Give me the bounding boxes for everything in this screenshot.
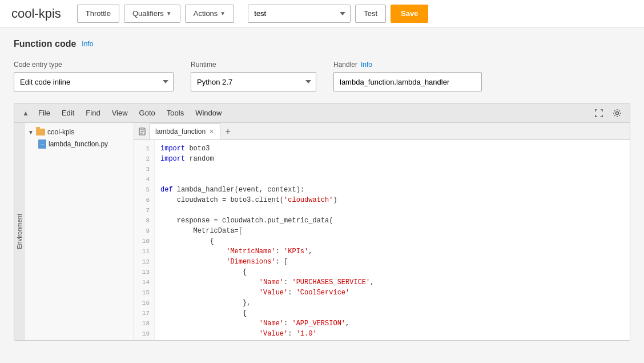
- main-content: Function code Info Code entry type Edit …: [0, 27, 644, 363]
- code-line: },: [160, 298, 624, 308]
- folder-arrow-icon: ▼: [28, 129, 34, 135]
- code-line: {: [160, 267, 624, 277]
- file-name: lambda_function.py: [49, 140, 108, 148]
- handler-info-link[interactable]: Info: [361, 61, 372, 69]
- code-entry-type-label: Code entry type: [14, 61, 174, 69]
- code-line: 'Value': 'CoolService': [160, 288, 624, 298]
- code-line: [160, 174, 624, 185]
- add-tab-button[interactable]: +: [222, 125, 234, 138]
- code-line: 'MetricName': 'KPIs',: [160, 246, 624, 257]
- code-line: },: [160, 339, 624, 340]
- code-line: response = cloudwatch.put_metric_data(: [160, 216, 624, 226]
- code-line: MetricData=[: [160, 226, 624, 236]
- editor-container: ▲ File Edit Find View Goto Tools Window: [14, 103, 630, 341]
- test-button[interactable]: Test: [355, 5, 386, 23]
- function-code-info-link[interactable]: Info: [82, 40, 93, 48]
- code-line: 'Name': 'APP_VERSION',: [160, 318, 624, 329]
- code-area[interactable]: import boto3import random def lambda_han…: [155, 140, 630, 340]
- qualifiers-button[interactable]: Qualifiers ▼: [124, 5, 180, 23]
- sidebar-label-container: Environment: [14, 123, 25, 340]
- collapse-button[interactable]: ▲: [19, 106, 33, 120]
- editor-menu: File Edit Find View Goto Tools Window: [33, 103, 591, 123]
- line-numbers: 1 2 3 4 5 6 7 8 9 10 11 12 13: [134, 140, 155, 340]
- menu-goto[interactable]: Goto: [134, 103, 161, 123]
- menu-window[interactable]: Window: [190, 103, 227, 123]
- fullscreen-button[interactable]: [591, 105, 607, 121]
- header: cool-kpis Throttle Qualifiers ▼ Actions …: [0, 0, 644, 27]
- code-line: def lambda_handler(event, context):: [160, 185, 624, 195]
- tab-label: lambda_function: [155, 127, 206, 135]
- tab-document-icon: [136, 126, 148, 137]
- section-header: Function code Info: [14, 39, 630, 49]
- file-icon: [38, 139, 46, 149]
- file-tree: Environment ▼ cool-kpis lambda_function.…: [14, 123, 134, 340]
- tree-file-lambda[interactable]: lambda_function.py: [25, 138, 134, 150]
- code-line: {: [160, 308, 624, 318]
- code-entry-type-select[interactable]: Edit code inline Upload a .ZIP file Uplo…: [14, 72, 174, 91]
- tree-folder-cool-kpis[interactable]: ▼ cool-kpis: [25, 126, 134, 138]
- tab-close-button[interactable]: ✕: [209, 128, 214, 135]
- code-line: 'Dimensions': [: [160, 257, 624, 267]
- throttle-button[interactable]: Throttle: [77, 5, 119, 23]
- env-select-wrapper: test: [248, 5, 351, 23]
- code-line: 'Name': 'PURCHASES_SERVICE',: [160, 277, 624, 288]
- code-line: [160, 205, 624, 216]
- code-line: 'Value': '1.0': [160, 329, 624, 339]
- sidebar-label: Environment: [16, 214, 23, 249]
- toolbar-icons: [591, 105, 625, 121]
- runtime-group: Runtime Python 2.7 Python 3.6 Node.js 8.…: [191, 61, 316, 91]
- code-line: import boto3: [160, 143, 624, 154]
- code-content[interactable]: 1 2 3 4 5 6 7 8 9 10 11 12 13: [134, 140, 630, 340]
- folder-name: cool-kpis: [47, 128, 74, 136]
- code-line: [160, 164, 624, 174]
- actions-dropdown-arrow: ▼: [220, 10, 226, 17]
- code-line: import random: [160, 154, 624, 164]
- qualifiers-dropdown-arrow: ▼: [166, 10, 172, 17]
- code-entry-type-group: Code entry type Edit code inline Upload …: [14, 61, 174, 91]
- menu-view[interactable]: View: [106, 103, 134, 123]
- actions-button[interactable]: Actions ▼: [185, 5, 235, 23]
- section-title: Function code: [14, 39, 76, 49]
- handler-input[interactable]: [333, 72, 482, 91]
- folder-icon: [36, 129, 45, 135]
- runtime-label: Runtime: [191, 61, 316, 69]
- code-panel: lambda_function ✕ + 1 2 3 4 5 6: [134, 123, 630, 340]
- menu-edit[interactable]: Edit: [56, 103, 80, 123]
- menu-tools[interactable]: Tools: [161, 103, 190, 123]
- svg-point-0: [616, 111, 619, 114]
- code-tabs: lambda_function ✕ +: [134, 123, 630, 140]
- form-row: Code entry type Edit code inline Upload …: [14, 61, 630, 91]
- active-tab[interactable]: lambda_function ✕: [149, 123, 220, 139]
- file-tree-content: ▼ cool-kpis lambda_function.py: [25, 123, 134, 154]
- runtime-select[interactable]: Python 2.7 Python 3.6 Node.js 8.10 Java …: [191, 72, 316, 91]
- handler-group: Handler Info: [333, 61, 482, 91]
- env-select[interactable]: test: [248, 5, 351, 23]
- code-line: cloudwatch = boto3.client('cloudwatch'): [160, 195, 624, 205]
- menu-file[interactable]: File: [33, 103, 56, 123]
- menu-find[interactable]: Find: [80, 103, 106, 123]
- code-lines: 1 2 3 4 5 6 7 8 9 10 11 12 13: [134, 140, 630, 340]
- handler-label: Handler Info: [333, 61, 482, 69]
- editor-toolbar: ▲ File Edit Find View Goto Tools Window: [14, 103, 630, 123]
- settings-button[interactable]: [609, 105, 625, 121]
- editor-body: Environment ▼ cool-kpis lambda_function.…: [14, 123, 630, 340]
- code-line: {: [160, 236, 624, 246]
- app-title: cool-kpis: [11, 6, 61, 21]
- save-button[interactable]: Save: [391, 5, 428, 23]
